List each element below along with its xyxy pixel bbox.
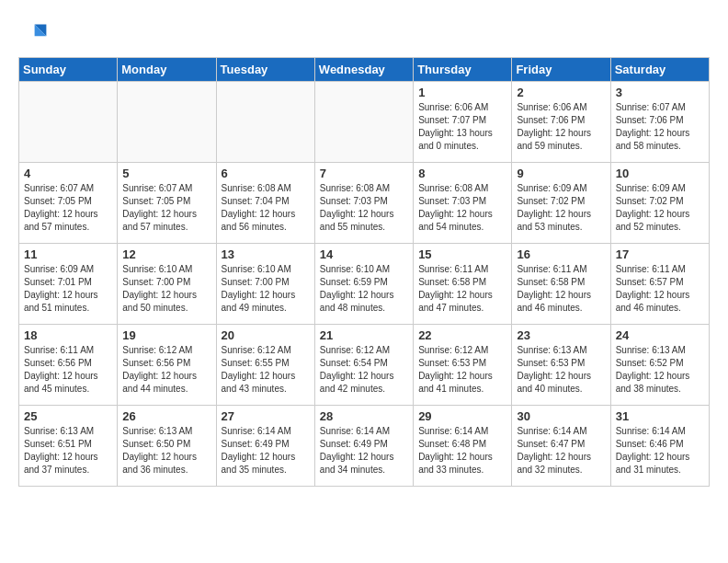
calendar-cell	[314, 82, 413, 163]
calendar-cell: 2Sunrise: 6:06 AM Sunset: 7:06 PM Daylig…	[512, 82, 610, 163]
calendar-cell: 14Sunrise: 6:10 AM Sunset: 6:59 PM Dayli…	[314, 244, 413, 325]
calendar-cell: 9Sunrise: 6:09 AM Sunset: 7:02 PM Daylig…	[512, 163, 610, 244]
calendar-week-4: 25Sunrise: 6:13 AM Sunset: 6:51 PM Dayli…	[19, 406, 710, 487]
calendar-cell: 27Sunrise: 6:14 AM Sunset: 6:49 PM Dayli…	[216, 406, 314, 487]
day-number: 26	[122, 409, 210, 423]
day-info: Sunrise: 6:10 AM Sunset: 7:00 PM Dayligh…	[222, 263, 310, 315]
day-info: Sunrise: 6:13 AM Sunset: 6:50 PM Dayligh…	[122, 425, 210, 477]
day-info: Sunrise: 6:12 AM Sunset: 6:54 PM Dayligh…	[320, 344, 408, 396]
calendar-cell: 10Sunrise: 6:09 AM Sunset: 7:02 PM Dayli…	[610, 163, 709, 244]
header-wednesday: Wednesday	[314, 58, 413, 82]
calendar-cell: 24Sunrise: 6:13 AM Sunset: 6:52 PM Dayli…	[610, 325, 709, 406]
calendar-cell	[19, 82, 118, 163]
day-info: Sunrise: 6:14 AM Sunset: 6:49 PM Dayligh…	[320, 425, 408, 477]
calendar-cell: 16Sunrise: 6:11 AM Sunset: 6:58 PM Dayli…	[512, 244, 610, 325]
calendar-cell: 23Sunrise: 6:13 AM Sunset: 6:53 PM Dayli…	[512, 325, 610, 406]
calendar-cell: 6Sunrise: 6:08 AM Sunset: 7:04 PM Daylig…	[216, 163, 314, 244]
calendar-cell: 17Sunrise: 6:11 AM Sunset: 6:57 PM Dayli…	[610, 244, 709, 325]
calendar-cell	[118, 82, 216, 163]
day-number: 18	[24, 328, 112, 342]
day-number: 11	[24, 247, 112, 261]
day-number: 19	[122, 328, 210, 342]
calendar-cell: 25Sunrise: 6:13 AM Sunset: 6:51 PM Dayli…	[19, 406, 118, 487]
day-number: 4	[24, 167, 112, 180]
day-number: 27	[222, 409, 310, 423]
day-info: Sunrise: 6:09 AM Sunset: 7:02 PM Dayligh…	[517, 182, 605, 234]
day-info: Sunrise: 6:09 AM Sunset: 7:02 PM Dayligh…	[616, 182, 704, 234]
day-number: 21	[320, 328, 408, 342]
header-friday: Friday	[512, 58, 610, 82]
day-number: 20	[222, 328, 310, 342]
day-info: Sunrise: 6:07 AM Sunset: 7:05 PM Dayligh…	[122, 182, 210, 234]
calendar-table: SundayMondayTuesdayWednesdayThursdayFrid…	[18, 57, 710, 487]
logo	[18, 18, 51, 48]
calendar-week-2: 11Sunrise: 6:09 AM Sunset: 7:01 PM Dayli…	[19, 244, 710, 325]
day-info: Sunrise: 6:07 AM Sunset: 7:05 PM Dayligh…	[24, 182, 112, 234]
calendar-cell: 15Sunrise: 6:11 AM Sunset: 6:58 PM Dayli…	[414, 244, 512, 325]
calendar-week-1: 4Sunrise: 6:07 AM Sunset: 7:05 PM Daylig…	[19, 163, 710, 244]
day-number: 24	[616, 328, 704, 342]
day-info: Sunrise: 6:12 AM Sunset: 6:55 PM Dayligh…	[222, 344, 310, 396]
day-info: Sunrise: 6:13 AM Sunset: 6:52 PM Dayligh…	[616, 344, 704, 396]
page-header	[18, 18, 710, 48]
day-number: 31	[616, 409, 704, 423]
calendar-week-0: 1Sunrise: 6:06 AM Sunset: 7:07 PM Daylig…	[19, 82, 710, 163]
day-number: 29	[418, 409, 506, 423]
day-number: 22	[418, 328, 506, 342]
calendar-cell: 31Sunrise: 6:14 AM Sunset: 6:46 PM Dayli…	[610, 406, 709, 487]
day-info: Sunrise: 6:12 AM Sunset: 6:53 PM Dayligh…	[418, 344, 506, 396]
logo-icon	[18, 18, 48, 48]
day-info: Sunrise: 6:13 AM Sunset: 6:53 PM Dayligh…	[517, 344, 605, 396]
day-info: Sunrise: 6:14 AM Sunset: 6:48 PM Dayligh…	[418, 425, 506, 477]
day-info: Sunrise: 6:14 AM Sunset: 6:49 PM Dayligh…	[222, 425, 310, 477]
day-info: Sunrise: 6:09 AM Sunset: 7:01 PM Dayligh…	[24, 263, 112, 315]
day-info: Sunrise: 6:12 AM Sunset: 6:56 PM Dayligh…	[122, 344, 210, 396]
day-info: Sunrise: 6:13 AM Sunset: 6:51 PM Dayligh…	[24, 425, 112, 477]
day-number: 15	[418, 247, 506, 261]
day-info: Sunrise: 6:14 AM Sunset: 6:46 PM Dayligh…	[616, 425, 704, 477]
day-info: Sunrise: 6:06 AM Sunset: 7:06 PM Dayligh…	[517, 101, 605, 153]
header-thursday: Thursday	[414, 58, 512, 82]
day-number: 14	[320, 247, 408, 261]
calendar-cell: 30Sunrise: 6:14 AM Sunset: 6:47 PM Dayli…	[512, 406, 610, 487]
day-info: Sunrise: 6:06 AM Sunset: 7:07 PM Dayligh…	[418, 101, 506, 153]
day-info: Sunrise: 6:07 AM Sunset: 7:06 PM Dayligh…	[616, 101, 704, 153]
calendar-week-3: 18Sunrise: 6:11 AM Sunset: 6:56 PM Dayli…	[19, 325, 710, 406]
calendar-cell: 1Sunrise: 6:06 AM Sunset: 7:07 PM Daylig…	[414, 82, 512, 163]
day-number: 8	[418, 167, 506, 180]
day-number: 28	[320, 409, 408, 423]
day-number: 30	[517, 409, 605, 423]
day-number: 13	[222, 247, 310, 261]
calendar-header-row: SundayMondayTuesdayWednesdayThursdayFrid…	[19, 58, 710, 82]
day-info: Sunrise: 6:08 AM Sunset: 7:03 PM Dayligh…	[418, 182, 506, 234]
day-number: 12	[122, 247, 210, 261]
day-number: 3	[616, 86, 704, 99]
calendar-cell: 21Sunrise: 6:12 AM Sunset: 6:54 PM Dayli…	[314, 325, 413, 406]
header-saturday: Saturday	[610, 58, 709, 82]
day-number: 5	[122, 167, 210, 180]
day-number: 2	[517, 86, 605, 99]
calendar-cell: 28Sunrise: 6:14 AM Sunset: 6:49 PM Dayli…	[314, 406, 413, 487]
calendar-cell: 22Sunrise: 6:12 AM Sunset: 6:53 PM Dayli…	[414, 325, 512, 406]
day-info: Sunrise: 6:10 AM Sunset: 7:00 PM Dayligh…	[122, 263, 210, 315]
day-number: 9	[517, 167, 605, 180]
day-info: Sunrise: 6:11 AM Sunset: 6:58 PM Dayligh…	[517, 263, 605, 315]
calendar-cell: 8Sunrise: 6:08 AM Sunset: 7:03 PM Daylig…	[414, 163, 512, 244]
day-number: 17	[616, 247, 704, 261]
header-monday: Monday	[118, 58, 216, 82]
header-sunday: Sunday	[19, 58, 118, 82]
calendar-cell: 3Sunrise: 6:07 AM Sunset: 7:06 PM Daylig…	[610, 82, 709, 163]
day-number: 1	[418, 86, 506, 99]
day-number: 10	[616, 167, 704, 180]
day-info: Sunrise: 6:08 AM Sunset: 7:04 PM Dayligh…	[222, 182, 310, 234]
calendar-cell: 7Sunrise: 6:08 AM Sunset: 7:03 PM Daylig…	[314, 163, 413, 244]
day-info: Sunrise: 6:11 AM Sunset: 6:58 PM Dayligh…	[418, 263, 506, 315]
day-number: 6	[222, 167, 310, 180]
calendar-cell: 4Sunrise: 6:07 AM Sunset: 7:05 PM Daylig…	[19, 163, 118, 244]
day-info: Sunrise: 6:08 AM Sunset: 7:03 PM Dayligh…	[320, 182, 408, 234]
day-info: Sunrise: 6:14 AM Sunset: 6:47 PM Dayligh…	[517, 425, 605, 477]
calendar-cell: 11Sunrise: 6:09 AM Sunset: 7:01 PM Dayli…	[19, 244, 118, 325]
header-tuesday: Tuesday	[216, 58, 314, 82]
calendar-cell: 29Sunrise: 6:14 AM Sunset: 6:48 PM Dayli…	[414, 406, 512, 487]
day-info: Sunrise: 6:10 AM Sunset: 6:59 PM Dayligh…	[320, 263, 408, 315]
